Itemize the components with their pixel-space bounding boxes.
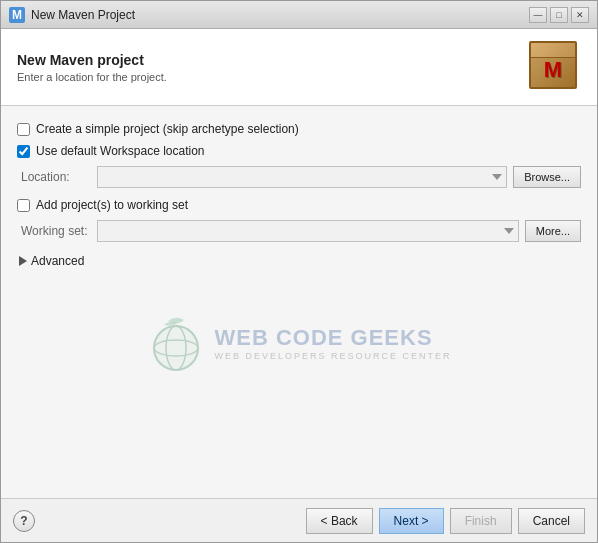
minimize-button[interactable]: —	[529, 7, 547, 23]
default-workspace-label[interactable]: Use default Workspace location	[17, 144, 581, 158]
cancel-button[interactable]: Cancel	[518, 508, 585, 534]
simple-project-checkbox[interactable]	[17, 123, 30, 136]
wcg-main-text: WEB CODE GEEKS	[214, 325, 451, 351]
location-dropdown[interactable]	[97, 166, 507, 188]
add-working-set-text: Add project(s) to working set	[36, 198, 188, 212]
default-workspace-checkbox[interactable]	[17, 145, 30, 158]
main-window: M New Maven Project — □ ✕ New Maven proj…	[0, 0, 598, 543]
title-bar: M New Maven Project — □ ✕	[1, 1, 597, 29]
simple-project-label[interactable]: Create a simple project (skip archetype …	[17, 122, 581, 136]
location-row: Location: Browse...	[17, 166, 581, 188]
advanced-triangle-icon	[19, 256, 27, 266]
default-workspace-row: Use default Workspace location	[17, 144, 581, 158]
watermark: WEB CODE GEEKS WEB DEVELOPERS RESOURCE C…	[146, 313, 451, 377]
window-icon: M	[9, 7, 25, 23]
header-text: New Maven project Enter a location for t…	[17, 52, 529, 83]
svg-point-5	[154, 326, 198, 370]
content-area: New Maven project Enter a location for t…	[1, 29, 597, 498]
simple-project-text: Create a simple project (skip archetype …	[36, 122, 299, 136]
add-working-set-row: Add project(s) to working set	[17, 198, 581, 212]
browse-button[interactable]: Browse...	[513, 166, 581, 188]
footer: ? < Back Next > Finish Cancel	[1, 498, 597, 542]
working-set-label: Working set:	[21, 224, 91, 238]
footer-right: < Back Next > Finish Cancel	[306, 508, 585, 534]
working-set-row: Working set: More...	[17, 220, 581, 242]
next-button[interactable]: Next >	[379, 508, 444, 534]
maximize-button[interactable]: □	[550, 7, 568, 23]
form-section: Create a simple project (skip archetype …	[1, 106, 597, 498]
header-title: New Maven project	[17, 52, 529, 68]
wcg-globe-icon	[146, 313, 206, 373]
svg-point-2	[154, 326, 198, 370]
header-section: New Maven project Enter a location for t…	[1, 29, 597, 106]
more-button[interactable]: More...	[525, 220, 581, 242]
watermark-logo: WEB CODE GEEKS WEB DEVELOPERS RESOURCE C…	[146, 313, 451, 373]
maven-m-letter: M	[544, 57, 562, 83]
title-bar-left: M New Maven Project	[9, 7, 135, 23]
wcg-sub-text: WEB DEVELOPERS RESOURCE CENTER	[214, 351, 451, 361]
watermark-area: WEB CODE GEEKS WEB DEVELOPERS RESOURCE C…	[17, 270, 581, 420]
close-button[interactable]: ✕	[571, 7, 589, 23]
back-button[interactable]: < Back	[306, 508, 373, 534]
wcg-text: WEB CODE GEEKS WEB DEVELOPERS RESOURCE C…	[214, 325, 451, 361]
simple-project-row: Create a simple project (skip archetype …	[17, 122, 581, 136]
finish-button[interactable]: Finish	[450, 508, 512, 534]
location-label: Location:	[21, 170, 91, 184]
help-button[interactable]: ?	[13, 510, 35, 532]
svg-text:M: M	[12, 8, 22, 22]
header-subtitle: Enter a location for the project.	[17, 71, 529, 83]
window-title: New Maven Project	[31, 8, 135, 22]
maven-icon: M	[529, 41, 581, 93]
svg-point-3	[166, 326, 186, 370]
add-working-set-checkbox[interactable]	[17, 199, 30, 212]
advanced-row[interactable]: Advanced	[17, 252, 581, 270]
advanced-label: Advanced	[31, 254, 84, 268]
title-buttons: — □ ✕	[529, 7, 589, 23]
svg-point-4	[154, 340, 198, 356]
add-working-set-label[interactable]: Add project(s) to working set	[17, 198, 581, 212]
working-set-dropdown[interactable]	[97, 220, 519, 242]
default-workspace-text: Use default Workspace location	[36, 144, 205, 158]
footer-left: ?	[13, 510, 35, 532]
